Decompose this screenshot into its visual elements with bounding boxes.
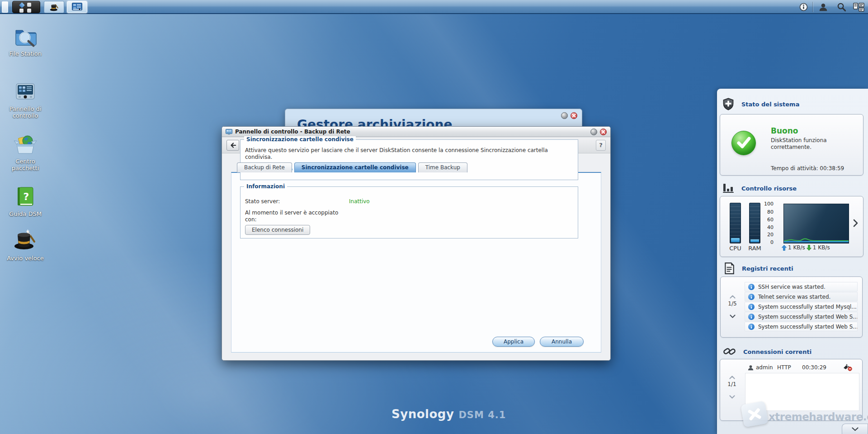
log-text: Telnet service was started. — [758, 294, 830, 300]
log-list: SSH service was started. Telnet service … — [745, 282, 858, 332]
desktop-icon-label: Pannello di controllo — [3, 105, 48, 119]
chevron-up-icon — [730, 295, 736, 299]
info-icon — [748, 284, 755, 290]
info-icon — [748, 304, 755, 310]
download-arrow-icon — [807, 245, 811, 251]
close-button[interactable] — [600, 129, 607, 135]
main-menu-icon — [19, 3, 34, 12]
connection-list-button[interactable]: Elenco connessioni — [245, 225, 310, 235]
log-row[interactable]: System successfully started Web S... — [745, 322, 858, 331]
control-panel-task-icon — [72, 3, 82, 12]
current-connections-panel: 1/1 admin HTTP 00:30:29 — [720, 359, 863, 421]
info-icon — [748, 314, 755, 320]
show-desktop-button[interactable] — [2, 1, 8, 13]
dialog-titlebar[interactable]: Pannello di controllo - Backup di Rete — [222, 127, 610, 137]
minimize-button[interactable] — [590, 129, 597, 135]
log-row[interactable]: System successfully started Web S... — [745, 312, 858, 321]
close-icon — [572, 114, 576, 118]
file-station-icon — [14, 24, 37, 48]
upload-speed: 1 KB/s — [788, 244, 805, 251]
info-button[interactable] — [797, 1, 810, 13]
network-graph — [783, 204, 849, 243]
desktop-icon-control-panel[interactable]: Pannello di controllo — [3, 80, 48, 119]
log-row[interactable]: System successfully started Mysql... — [745, 302, 858, 311]
tab-sincronizzazione-cartelle-condivise[interactable]: Sincronizzazione cartelle condivise — [294, 162, 416, 172]
ram-label: RAM — [746, 245, 763, 252]
connections-page-indicator: 1/1 — [724, 381, 740, 387]
tab-backup-di-rete[interactable]: Backup di Rete — [237, 162, 292, 172]
cancel-button[interactable]: Annulla — [540, 337, 584, 347]
info-icon — [748, 294, 755, 300]
search-button[interactable] — [835, 1, 848, 13]
log-row[interactable]: Telnet service was started. — [745, 292, 858, 301]
sidebar-collapse-button[interactable] — [842, 424, 868, 434]
info-section: Informazioni Stato server: Inattivo Al m… — [240, 186, 578, 238]
connection-protocol: HTTP — [777, 364, 791, 371]
search-icon — [837, 2, 846, 12]
status-value: Buono — [771, 126, 798, 135]
info-icon — [799, 3, 808, 11]
desktop-icon-package-center[interactable]: Centro pacchetti — [3, 132, 48, 172]
connections-page-up-button[interactable] — [729, 372, 735, 381]
connection-list-area — [745, 373, 859, 411]
taskbar-divider — [812, 2, 813, 12]
close-button[interactable] — [571, 112, 577, 119]
dialog-title: Pannello di controllo - Backup di Rete — [235, 129, 588, 135]
log-text: System successfully started Web S... — [758, 314, 858, 320]
synology-logo: Synology — [392, 407, 454, 421]
question-glyph: ? — [24, 191, 29, 202]
desktop-icon-label: File Station — [3, 50, 48, 57]
chevron-down-icon — [852, 427, 859, 431]
logs-page-indicator: 1/5 — [724, 300, 741, 307]
help-button[interactable]: ? — [596, 140, 606, 151]
desktop-icon-dsm-help[interactable]: ? Guida DSM — [3, 185, 48, 217]
expand-resource-button[interactable] — [853, 219, 858, 229]
dsm-desktop: File Station Pannello di controllo — [0, 0, 868, 434]
connections-page-down-button[interactable] — [729, 392, 735, 401]
log-icon — [724, 262, 735, 274]
back-button[interactable] — [226, 140, 239, 151]
tab-time-backup[interactable]: Time Backup — [418, 162, 467, 172]
widgets-button[interactable] — [852, 1, 865, 13]
chain-link-icon — [723, 346, 736, 358]
y-tick: 80 — [762, 209, 774, 215]
task-button-quick-start[interactable] — [44, 1, 64, 13]
control-panel-window-icon — [226, 129, 232, 135]
log-text: System successfully started Mysql... — [758, 304, 857, 310]
download-speed: 1 KB/s — [813, 244, 830, 251]
log-row[interactable]: SSH service was started. — [745, 282, 858, 291]
current-connections-title: Connessioni correnti — [743, 348, 811, 355]
status-description: DiskStation funziona correttamente. — [771, 137, 845, 151]
connection-row: admin HTTP 00:30:29 — [745, 363, 859, 372]
control-panel-icon — [14, 80, 37, 103]
magic-hat-icon — [49, 2, 59, 12]
disconnect-button[interactable] — [843, 364, 852, 372]
info-icon — [748, 324, 755, 330]
apply-button[interactable]: Applica — [492, 337, 535, 347]
user-icon — [818, 2, 828, 12]
minimize-button[interactable] — [561, 112, 568, 119]
back-arrow-icon — [230, 143, 236, 148]
widgets-icon — [853, 3, 864, 12]
logs-page-up-button[interactable] — [730, 292, 736, 300]
chevron-down-icon — [729, 395, 735, 399]
task-button-control-panel[interactable] — [67, 1, 87, 13]
ram-gauge — [749, 203, 760, 243]
log-text: System successfully started Web S... — [758, 324, 858, 330]
log-text: SSH service was started. — [758, 284, 826, 290]
desktop-icon-label: Avvio veloce — [3, 255, 48, 262]
y-tick: 0 — [762, 239, 774, 245]
dsm-version: DSM 4.1 — [458, 410, 506, 420]
y-tick: 20 — [762, 232, 774, 238]
dsm-watermark: Synology DSM 4.1 — [392, 407, 506, 421]
bar-chart-icon — [722, 183, 734, 194]
uptime-text: Tempo di attività: 00:38:59 — [771, 165, 844, 172]
y-tick: 40 — [762, 224, 774, 230]
desktop-icon-quick-start[interactable]: Avvio veloce — [3, 227, 48, 262]
main-menu-button[interactable] — [12, 1, 40, 13]
logs-page-down-button[interactable] — [730, 311, 736, 320]
chevron-right-icon — [853, 219, 858, 227]
user-menu-button[interactable] — [816, 1, 830, 13]
desktop-icon-file-station[interactable]: File Station — [3, 24, 48, 57]
dialog-tabs: Backup di Rete Sincronizzazione cartelle… — [237, 162, 467, 172]
